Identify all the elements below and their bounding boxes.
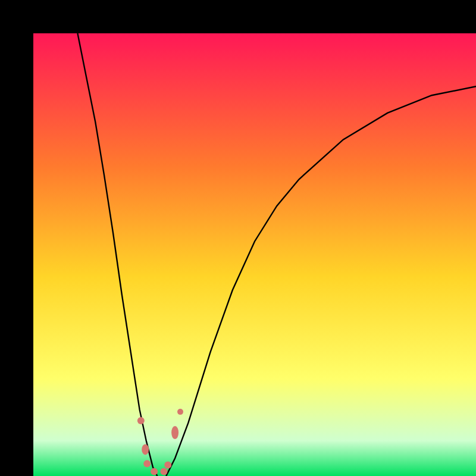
chart-frame — [0, 0, 476, 476]
data-marker — [171, 426, 178, 439]
data-marker — [161, 468, 168, 475]
data-marker — [142, 444, 149, 455]
data-marker — [164, 461, 171, 468]
data-marker — [177, 409, 183, 415]
gradient-background — [33, 33, 476, 476]
chart-svg — [33, 33, 476, 476]
chart-plot-area — [33, 33, 476, 476]
data-marker — [143, 460, 151, 467]
data-marker — [151, 468, 158, 475]
data-marker — [137, 417, 145, 424]
